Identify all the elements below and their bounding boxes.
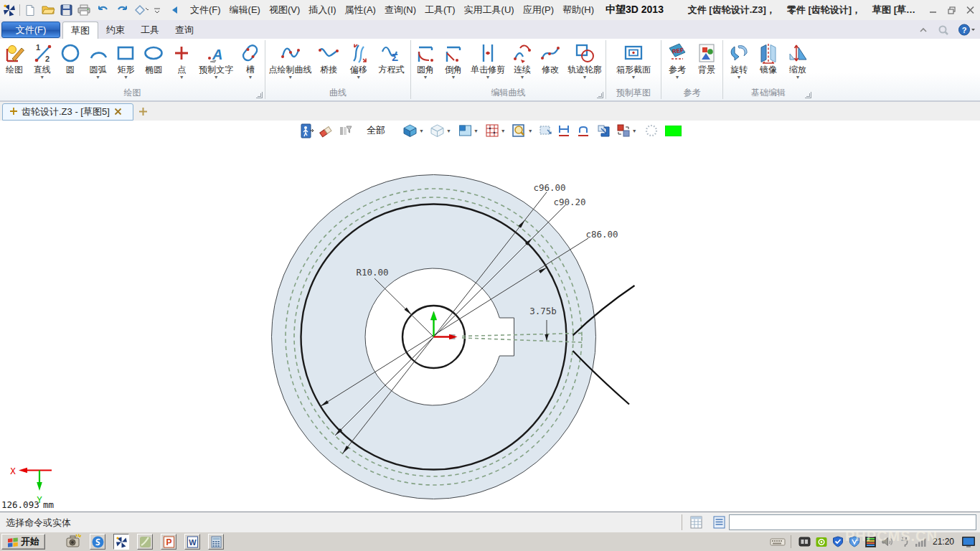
tray-clock[interactable]: 21:20 [933, 537, 954, 547]
trace-profile-dropdown-arrow[interactable]: ▼ [583, 75, 588, 81]
menu-edit[interactable]: 编辑(E) [225, 4, 265, 17]
collapse-menu-icon[interactable] [167, 4, 182, 17]
tray-shield2-icon[interactable] [849, 536, 860, 547]
tray-power-icon[interactable] [899, 536, 910, 547]
menu-tools[interactable]: 工具(T) [420, 4, 460, 17]
doc-tab-close-icon[interactable] [114, 107, 122, 118]
zoom-document-icon[interactable] [512, 123, 527, 138]
zoom-document-dropdown[interactable]: ▼ [528, 128, 533, 133]
ribbon-item-scale[interactable]: 缩放▼ [784, 40, 811, 81]
viewport-dropdown[interactable]: ▼ [473, 128, 479, 133]
ribbon-item-ellipse[interactable]: 椭圆 [140, 40, 167, 81]
ribbon-item-fillet[interactable]: 圆角▼ [412, 40, 439, 81]
zoom-box-icon[interactable] [539, 124, 552, 137]
ribbon-item-offset[interactable]: 偏移▼ [345, 40, 372, 81]
point-curve-dropdown-arrow[interactable]: ▼ [288, 75, 293, 81]
minimize-button[interactable] [927, 5, 939, 16]
ribbon-item-continue[interactable]: 连续▼ [509, 40, 536, 81]
screenshot-tool-icon[interactable] [66, 533, 82, 551]
toolbar-options-icon[interactable] [150, 4, 164, 17]
tray-volume-icon[interactable] [881, 536, 894, 547]
undo-icon[interactable] [95, 4, 110, 17]
grid-icon[interactable] [485, 123, 499, 138]
menu-help[interactable]: 帮助(H) [558, 4, 598, 17]
ribbon-item-point-curve[interactable]: 点绘制曲线▼ [268, 40, 313, 81]
ribbon-item-chamfer[interactable]: 倒角▼ [440, 40, 467, 81]
ready-text-dropdown-arrow[interactable]: ▼ [214, 75, 219, 81]
exit-sketch-icon[interactable] [300, 123, 314, 138]
grid-dropdown[interactable]: ▼ [501, 128, 506, 133]
open-file-icon[interactable] [41, 4, 55, 17]
line-dropdown-arrow[interactable]: ▼ [39, 75, 44, 81]
ribbon-item-modify[interactable]: 修改 [537, 40, 564, 81]
print-icon[interactable] [77, 4, 91, 17]
taskbar-app-calculator[interactable] [208, 534, 224, 550]
swap-target-dropdown[interactable]: ▼ [632, 128, 637, 133]
tab-inquire[interactable]: 查询 [167, 22, 202, 39]
taskbar-app-browser[interactable] [90, 534, 105, 550]
restore-button[interactable] [946, 5, 958, 16]
ribbon-item-circle[interactable]: 圆 [57, 40, 84, 81]
tray-colorgrid-icon[interactable] [865, 537, 876, 547]
group-expand-icon[interactable] [256, 92, 263, 98]
sketch-canvas[interactable]: c96.00 c90.20 c86.00 R10.00 3.75b X Y 12… [0, 141, 980, 512]
box-section-dropdown-arrow[interactable]: ▼ [631, 75, 636, 81]
tab-sketch[interactable]: 草图 [62, 22, 98, 39]
search-icon[interactable] [938, 24, 950, 39]
tab-constraint[interactable]: 约束 [98, 22, 133, 39]
ribbon-item-point[interactable]: 点▼ [168, 40, 195, 81]
taskbar-app-powerpoint[interactable]: P [161, 534, 176, 550]
taskbar-app-notes[interactable] [137, 534, 153, 550]
ribbon-item-arc[interactable]: 圆弧▼ [85, 40, 112, 81]
ribbon-item-rectangle[interactable]: 矩形▼ [112, 40, 139, 81]
keyboard-tray-icon[interactable] [770, 536, 786, 547]
shaded-view-icon[interactable] [402, 123, 418, 138]
ribbon-item-trim[interactable]: 单击修剪▼ [468, 40, 508, 81]
tray-monitor-icon[interactable] [961, 536, 976, 548]
arc-dropdown-arrow[interactable]: ▼ [95, 75, 100, 81]
menu-utilities[interactable]: 实用工具(U) [460, 4, 519, 17]
close-button[interactable] [964, 5, 976, 16]
command-input[interactable] [729, 514, 976, 530]
doc-tab-pin-icon[interactable] [9, 107, 18, 118]
redo-icon[interactable] [115, 4, 129, 17]
ribbon-item-box-section[interactable]: 箱形截面▼ [613, 40, 654, 81]
tray-nvidia-icon[interactable] [816, 537, 827, 547]
menu-insert[interactable]: 插入(I) [304, 4, 340, 17]
eraser-icon[interactable] [319, 123, 333, 138]
ribbon-item-line[interactable]: 12直线▼ [29, 40, 56, 81]
view-options-icon[interactable] [134, 4, 149, 17]
tab-tools[interactable]: 工具 [133, 22, 167, 39]
filter-icon[interactable] [338, 123, 352, 138]
offset-dropdown-arrow[interactable]: ▼ [356, 75, 361, 81]
group-expand-icon[interactable] [597, 92, 603, 98]
menu-view[interactable]: 视图(V) [265, 4, 304, 17]
chamfer-dropdown-arrow[interactable]: ▼ [451, 75, 456, 81]
menu-inquire[interactable]: 查询(N) [380, 4, 420, 17]
ribbon-item-equation[interactable]: Σ方程式 [374, 40, 407, 81]
ribbon-item-slot[interactable]: 槽▼ [237, 40, 264, 81]
continue-dropdown-arrow[interactable]: ▼ [520, 75, 525, 81]
tray-network-icon[interactable] [915, 537, 927, 547]
reference-dropdown-arrow[interactable]: ▼ [675, 75, 680, 81]
ribbon-item-reference[interactable]: REF参考▼ [664, 40, 691, 81]
document-tab[interactable]: 齿轮设计.Z3 - [草图5] [2, 103, 133, 121]
color-swatch[interactable] [665, 126, 682, 136]
wireframe-view-icon[interactable] [430, 123, 445, 138]
ribbon-item-trace-profile[interactable]: 轨迹轮廓▼ [565, 40, 605, 81]
menu-file[interactable]: 文件(F) [186, 4, 225, 17]
trim-dropdown-arrow[interactable]: ▼ [486, 75, 491, 81]
taskbar-app-word[interactable]: W [184, 534, 200, 550]
wireframe-view-dropdown[interactable]: ▼ [446, 128, 451, 133]
menu-attribute[interactable]: 属性(A) [341, 4, 380, 17]
rotate-dropdown-arrow[interactable]: ▼ [737, 75, 742, 81]
start-button[interactable]: 开始 [1, 534, 45, 550]
new-file-icon[interactable] [23, 4, 37, 17]
ribbon-item-sketch-draw[interactable]: 绘图 [1, 40, 28, 81]
help-icon[interactable]: ? [958, 24, 976, 39]
ribbon-item-bridge[interactable]: 桥接 [315, 40, 342, 81]
tray-display-icon[interactable] [798, 537, 811, 547]
fillet-dropdown-arrow[interactable]: ▼ [423, 75, 428, 81]
shaded-view-dropdown[interactable]: ▼ [419, 128, 424, 133]
point-dropdown-arrow[interactable]: ▼ [179, 75, 184, 81]
